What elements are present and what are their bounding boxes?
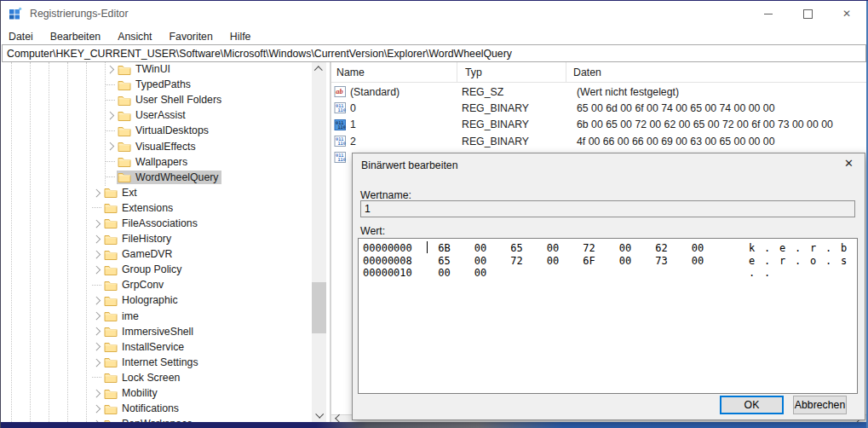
expand-chevron-icon[interactable] [93,234,101,242]
expand-slot[interactable] [104,170,117,185]
expand-slot[interactable] [90,216,103,231]
expand-chevron-icon[interactable] [93,251,101,258]
expand-chevron-icon[interactable] [93,188,101,196]
expand-slot[interactable] [90,200,103,216]
tree-scrollbar-thumb[interactable] [312,282,326,333]
expand-slot[interactable] [104,154,117,170]
tree-item[interactable]: GameDVR [2,246,314,262]
expand-slot[interactable] [90,231,103,246]
column-header-typ[interactable]: Typ [457,62,566,82]
menu-hilfe[interactable]: Hilfe [222,28,261,45]
tree-item[interactable]: ImmersiveShell [2,324,314,339]
expand-chevron-icon[interactable] [93,266,101,274]
tree-item[interactable]: Lock Screen [2,370,314,385]
expand-chevron-icon[interactable] [106,112,114,119]
expand-slot[interactable] [90,385,103,401]
tree-item-content[interactable]: Lock Screen [103,371,182,385]
expand-chevron-icon[interactable] [93,405,101,413]
tree-item-content[interactable]: FileAssociations [103,217,200,230]
tree-item[interactable]: VirtualDesktops [2,123,314,138]
tree-item[interactable]: FileHistory [2,231,314,246]
tree-item-content[interactable]: TWinUI [117,62,173,76]
expand-slot[interactable] [90,277,103,292]
expand-chevron-icon[interactable] [93,312,101,320]
tree-item-content[interactable]: FileHistory [103,232,174,246]
tree-item[interactable]: PenWorkspace [2,416,314,422]
tree-item-content[interactable]: TypedPaths [117,78,193,91]
expand-slot[interactable] [90,309,103,324]
tree-item[interactable]: WordWheelQuery [2,170,314,185]
expand-chevron-icon[interactable] [93,327,101,335]
expand-slot[interactable] [90,339,103,355]
tree-item[interactable]: Wallpapers [2,154,314,170]
expand-slot[interactable] [90,370,103,385]
tree-item-content[interactable]: Holographic [103,293,181,307]
tree-item[interactable]: TWinUI [2,62,314,77]
tree-item[interactable]: Internet Settings [2,355,314,370]
tree-item[interactable]: Notifications [2,401,314,416]
tree-item-content[interactable]: WordWheelQuery [117,171,221,184]
column-header-name[interactable]: Name [331,62,457,82]
expand-slot[interactable] [104,62,117,77]
tree-item-content[interactable]: Group Policy [103,263,184,276]
tree-item-content[interactable]: Internet Settings [103,356,201,369]
value-row[interactable]: ab 011 110 0 REG_BINARY 65 00 6d 00 6f 0… [331,100,866,116]
expand-slot[interactable] [104,138,117,153]
scroll-down-button[interactable] [312,408,326,422]
expand-slot[interactable] [90,185,103,200]
tree-item[interactable]: Mobility [2,385,314,401]
tree-item[interactable]: FileAssociations [2,216,314,231]
menu-bearbeiten[interactable]: Bearbeiten [43,28,110,45]
column-header-daten[interactable]: Daten [566,62,866,82]
tree-item[interactable]: Extensions [2,200,314,216]
expand-slot[interactable] [90,262,103,277]
value-row[interactable]: ab 011 110 1 REG_BINARY 6b 00 65 00 72 0… [331,117,866,133]
tree-item-content[interactable]: Wallpapers [117,155,190,169]
tree-item-content[interactable]: Notifications [103,402,181,415]
address-bar[interactable]: Computer\HKEY_CURRENT_USER\Software\Micr… [2,44,866,62]
minimize-button[interactable] [749,1,788,26]
value-row[interactable]: ab 011 110 (Standard) REG_SZ (Wert nicht… [331,84,866,100]
hex-editor[interactable]: 00000000 6B00650072006200 k.e.r.b. 00000… [358,238,858,394]
expand-slot[interactable] [104,92,117,107]
expand-slot[interactable] [90,246,103,262]
tree-item[interactable]: GrpConv [2,277,314,292]
expand-slot[interactable] [90,416,103,422]
tree-item[interactable]: UserAssist [2,107,314,123]
tree-item[interactable]: User Shell Folders [2,92,314,107]
value-row[interactable]: ab 011 110 2 REG_BINARY 4f 00 66 00 66 0… [331,133,866,149]
menu-favoriten[interactable]: Favoriten [162,28,222,45]
expand-slot[interactable] [104,107,117,123]
tree-item[interactable]: VisualEffects [2,138,314,153]
expand-slot[interactable] [90,292,103,308]
tree-item-content[interactable]: Mobility [103,386,160,400]
tree-item-content[interactable]: GrpConv [103,278,166,292]
tree-item[interactable]: TypedPaths [2,77,314,92]
scroll-up-button[interactable] [312,62,326,77]
close-button[interactable]: ✕ [827,1,866,26]
expand-chevron-icon[interactable] [106,65,114,72]
tree-item-content[interactable]: UserAssist [117,108,188,122]
maximize-button[interactable] [788,1,827,26]
tree-item[interactable]: Group Policy [2,262,314,277]
tree-item-content[interactable]: VisualEffects [117,140,198,153]
dialog-close-button[interactable]: ✕ [844,158,854,169]
tree-item-content[interactable]: InstallService [103,340,187,354]
expand-chevron-icon[interactable] [106,142,114,150]
expand-chevron-icon[interactable] [93,297,101,304]
tree-item[interactable]: Holographic [2,292,314,308]
tree-item-content[interactable]: VirtualDesktops [117,124,211,137]
value-name-field[interactable]: 1 [360,200,855,217]
tree-item-content[interactable]: Ext [103,186,140,200]
tree-item[interactable]: InstallService [2,339,314,355]
expand-slot[interactable] [90,355,103,370]
expand-chevron-icon[interactable] [93,358,101,366]
tree-item[interactable]: Ext [2,185,314,200]
tree-item-content[interactable]: User Shell Folders [117,93,224,107]
tree-scrollbar[interactable] [312,62,326,422]
tree-item-content[interactable]: ime [103,309,141,323]
tree-item-content[interactable]: GameDVR [103,247,175,261]
expand-slot[interactable] [104,123,117,138]
expand-chevron-icon[interactable] [93,343,101,350]
menu-datei[interactable]: Datei [1,28,43,45]
